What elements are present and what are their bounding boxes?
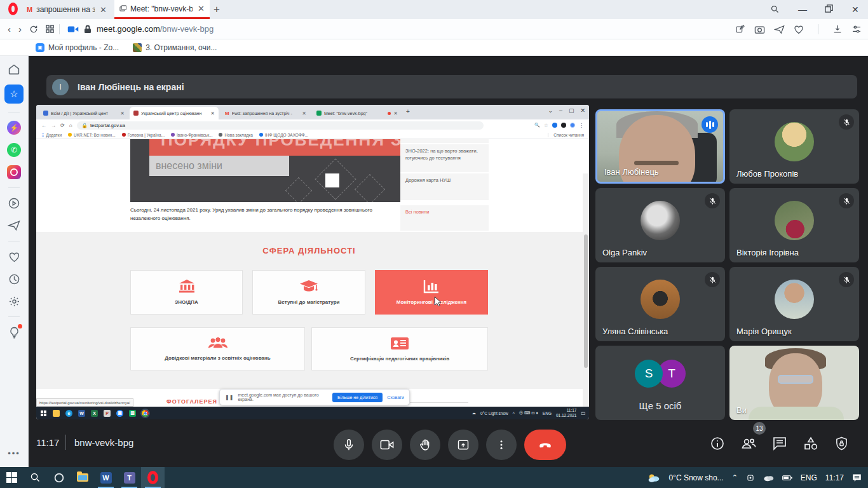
pause-icon[interactable]: ❚❚ [225, 395, 233, 400]
end-call-button[interactable] [524, 430, 566, 460]
news-item[interactable]: ЗНО-2022 [400, 139, 489, 143]
opera-taskbar-icon[interactable] [141, 467, 165, 488]
flow-send-icon[interactable] [774, 25, 785, 34]
pin-icon[interactable] [735, 24, 745, 34]
start-button[interactable] [0, 467, 24, 488]
battery-icon[interactable] [782, 475, 792, 481]
news-all-link[interactable]: Всі новини [400, 205, 489, 231]
tile-more-people[interactable]: S T Ще 5 осіб [595, 346, 725, 420]
speed-dial-icon[interactable] [46, 25, 54, 33]
opera-logo-icon[interactable] [8, 3, 18, 15]
window-maximize-button[interactable] [825, 4, 833, 13]
notification-center-icon[interactable] [852, 473, 862, 482]
news-item[interactable]: Дорожня карта НУШ [400, 173, 489, 200]
weather-text[interactable]: 0°C Snow sho... [668, 473, 723, 482]
nested-clock: 11:1701.12.2021 [556, 408, 577, 418]
url-text[interactable]: meet.google.com/bnw-vevk-bpg [97, 24, 214, 34]
presenter-avatar: І [52, 79, 69, 95]
bookmark-heart-icon[interactable] [794, 25, 804, 34]
history-clock-icon[interactable] [7, 272, 21, 286]
shared-screen-presentation[interactable]: Всім / Дії | Український цент✕ Українськ… [36, 105, 589, 419]
new-tab-button[interactable]: + [214, 3, 220, 16]
card-monitoring[interactable]: Моніторингові дослідження [375, 270, 488, 315]
news-sidebar: ЗНО-2022 ЗНО-2022: на що варто зважати, … [400, 139, 489, 241]
activities-icon[interactable] [803, 436, 819, 451]
participants-icon[interactable] [740, 436, 757, 451]
bookmark-zoom-profile[interactable]: ▣Мой профиль - Zo... [36, 43, 119, 52]
tile-maria-oryshchuk[interactable]: Марія Орищук [729, 267, 859, 341]
settings-gear-icon[interactable] [7, 294, 21, 308]
id-card-icon [390, 337, 409, 350]
hero-white-square [325, 173, 339, 187]
tile-viktoria-igorivna[interactable]: Вікторія Ігорівна [729, 188, 859, 262]
present-button[interactable] [448, 430, 478, 460]
cortana-icon[interactable] [47, 467, 71, 488]
easy-setup-icon[interactable] [851, 24, 862, 34]
word-icon[interactable]: W [94, 467, 118, 488]
camera-in-use-icon[interactable] [746, 473, 755, 482]
card-zno-dpa[interactable]: ЗНО/ДПА [130, 270, 243, 315]
language-indicator[interactable]: ENG [801, 473, 817, 482]
file-explorer-icon[interactable] [71, 467, 94, 488]
download-icon[interactable] [832, 24, 843, 34]
back-button[interactable]: ‹ [8, 24, 11, 34]
tile-ivan-lyubinets[interactable]: Іван Любінець [595, 109, 725, 184]
card-materials[interactable]: Довідкові матеріали з освітніх оцінювань [130, 327, 305, 370]
nested-tab-4: Meet: "bnw-vevk-bpg"✕ [313, 107, 402, 119]
bookmarks-heart-icon[interactable] [7, 250, 21, 264]
camera-access-icon[interactable] [67, 25, 79, 34]
host-controls-icon[interactable] [834, 436, 849, 451]
instagram-icon[interactable] [7, 165, 21, 179]
camera-button[interactable] [372, 430, 402, 460]
my-flow-icon[interactable] [7, 219, 21, 233]
tab-close-icon[interactable]: ✕ [198, 4, 205, 13]
onedrive-icon[interactable] [763, 474, 774, 482]
card-master[interactable]: Вступні до магістратури [252, 270, 365, 315]
mic-button[interactable] [334, 430, 364, 460]
teams-icon[interactable]: T [118, 467, 141, 488]
home-icon[interactable] [7, 62, 21, 76]
nested-tab-2-active: Український центр оцінюванн✕ [130, 107, 219, 119]
stop-sharing-button[interactable]: Більше не ділитися [332, 393, 383, 402]
browser-tab-gmail[interactable]: M запрошення на зустріч - о ✕ [22, 0, 112, 19]
bookmark-document[interactable]: 3. Отримання, очи... [133, 43, 217, 52]
tile-ulyana-slivinska[interactable]: Уляна Слівінська [595, 267, 725, 341]
forward-button[interactable]: › [18, 24, 22, 34]
chat-icon[interactable] [772, 436, 787, 451]
card-certification[interactable]: Сертифікація педагогічних працівників [311, 327, 488, 370]
people-group-icon [208, 337, 228, 349]
nested-address-bar: ←→⟳⌂ 🔒testportal.gov.ua 🔍 ☆ ⋮ [36, 119, 589, 131]
hide-notice-button[interactable]: Сховати [387, 395, 404, 400]
tips-bulb-icon[interactable] [7, 325, 21, 339]
tile-olga-pankiv[interactable]: Olga Pankiv [595, 188, 725, 262]
tile-you[interactable]: Ви [729, 346, 859, 420]
player-icon[interactable] [7, 196, 21, 210]
speed-dial-star-icon[interactable]: ☆ [4, 85, 24, 104]
scrollbar-thumb[interactable] [584, 234, 588, 368]
more-options-button[interactable] [486, 430, 517, 460]
sidebar-more-icon[interactable]: ••• [8, 449, 20, 458]
reload-button[interactable] [29, 25, 38, 34]
weather-icon[interactable] [648, 473, 660, 483]
snapshot-camera-icon[interactable] [754, 25, 765, 34]
nested-scrollbar[interactable] [583, 173, 589, 407]
tab-close-icon[interactable]: ✕ [100, 5, 107, 15]
window-minimize-button[interactable]: — [798, 4, 807, 15]
tray-chevron-icon[interactable]: ⌃ [732, 473, 738, 482]
meeting-details-icon[interactable] [710, 436, 725, 451]
nested-extension-icon [552, 123, 557, 128]
lock-icon[interactable] [84, 25, 92, 34]
messenger-icon[interactable]: ⚡ [7, 121, 21, 135]
whatsapp-icon[interactable]: ✆ [7, 143, 21, 157]
taskbar-clock[interactable]: 11:17 [825, 473, 844, 482]
browser-tab-meet[interactable]: Meet: "bnw-vevk-bpg" ✕ [114, 0, 210, 19]
tab-search-icon[interactable] [770, 4, 780, 14]
share-notice-text: meet.google.com має доступ до вашого екр… [238, 393, 328, 402]
taskbar-search-icon[interactable] [24, 467, 47, 488]
participant-avatar [775, 280, 814, 319]
meet-favicon [316, 111, 322, 116]
news-item[interactable]: ЗНО-2022: на що варто зважати, готуючись… [400, 144, 489, 172]
raise-hand-button[interactable] [410, 430, 440, 460]
window-close-button[interactable]: ✕ [851, 4, 859, 15]
tile-lyubov-prokopiv[interactable]: Любов Прокопів [729, 109, 859, 184]
